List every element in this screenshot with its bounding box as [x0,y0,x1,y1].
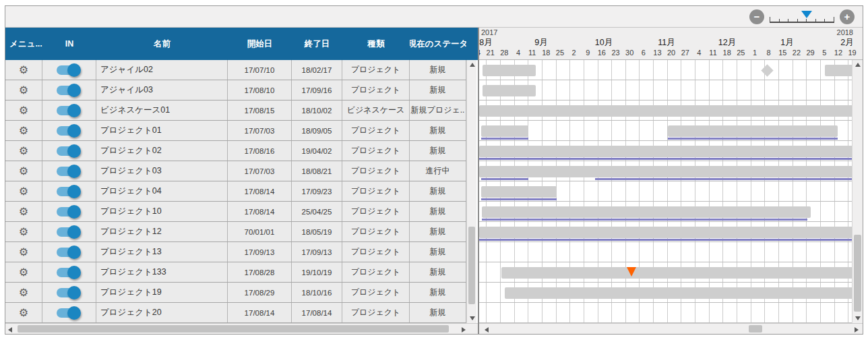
task-bar[interactable] [483,85,536,96]
scroll-right-icon[interactable] [855,327,859,333]
progress-line [481,138,528,140]
grid-hline [479,201,852,202]
column-header-start: 開始日 [228,28,292,60]
scroll-right-icon[interactable] [462,327,466,333]
task-bar[interactable] [482,206,811,218]
table-row[interactable]: ⚙ プロジェクト10 17/08/14 25/04/25 プロジェクト 新規 [5,202,466,222]
grid-hline [479,241,852,242]
task-bar[interactable] [481,125,528,137]
task-bar[interactable] [479,227,852,238]
table-row[interactable]: ⚙ プロジェクト19 17/08/29 18/10/16 プロジェクト 新規 [5,283,466,303]
grid-hline [479,282,852,283]
zoom-out-button[interactable]: − [749,9,764,24]
grid-hline [479,181,852,181]
gear-icon[interactable]: ⚙ [19,146,28,156]
column-header-name: 名前 [96,28,228,60]
table-row[interactable]: ⚙ プロジェクト133 17/08/28 19/10/19 プロジェクト 新規 [5,262,466,283]
zoom-in-button[interactable]: + [840,9,855,24]
table-vscroll-thumb[interactable] [468,227,475,304]
gear-icon[interactable]: ⚙ [19,65,28,76]
table-row[interactable]: ⚙ プロジェクト12 70/01/01 18/05/19 プロジェクト 新規 [5,222,466,242]
table-row[interactable]: ⚙ プロジェクト20 17/08/14 17/08/14 プロジェクト 新規 [5,303,466,323]
gear-icon[interactable]: ⚙ [19,247,28,258]
row-start: 17/08/16 [228,141,292,161]
in-toggle[interactable] [57,125,82,136]
grid-hline [479,221,852,222]
scroll-down-icon[interactable] [855,316,861,320]
task-bar[interactable] [479,146,852,157]
gear-icon[interactable]: ⚙ [19,85,28,96]
zoom-slider[interactable] [770,9,834,24]
in-toggle[interactable] [57,247,82,258]
gear-icon[interactable]: ⚙ [19,267,28,278]
in-toggle[interactable] [57,65,82,76]
row-name: ビジネスケース01 [96,101,228,120]
row-status: 新規 [410,80,466,100]
day-label: 18 [723,49,731,57]
table-row[interactable]: ⚙ アジャイル02 17/07/10 18/02/17 プロジェクト 新規 [5,60,466,80]
task-bar[interactable] [483,65,536,76]
task-bar[interactable] [479,166,852,177]
in-toggle[interactable] [57,308,82,318]
row-status: 新規 [410,242,466,262]
task-bar[interactable] [481,186,557,198]
milestone-diamond-icon[interactable] [761,64,773,76]
in-toggle[interactable] [57,227,82,237]
scroll-left-icon[interactable] [8,327,12,333]
row-name: プロジェクト20 [96,303,228,322]
scroll-down-icon[interactable] [470,316,475,320]
table-row[interactable]: ⚙ プロジェクト13 17/09/13 17/09/13 プロジェクト 新規 [5,242,466,262]
table-horizontal-scrollbar[interactable] [5,323,478,334]
row-type: プロジェクト [342,60,410,80]
table-vertical-scrollbar[interactable] [466,60,476,323]
marker-triangle-icon[interactable] [627,267,636,277]
gantt-hscroll-thumb[interactable] [749,325,762,333]
gear-icon[interactable]: ⚙ [19,227,28,237]
gear-icon[interactable]: ⚙ [19,186,28,197]
task-bar[interactable] [505,287,852,299]
gear-icon[interactable]: ⚙ [19,308,28,318]
day-label: 27 [681,49,689,57]
in-toggle[interactable] [57,267,82,278]
gantt-vertical-scrollbar[interactable] [852,60,863,323]
zoom-slider-handle[interactable] [801,11,812,18]
gear-icon[interactable]: ⚙ [19,166,28,177]
table-row[interactable]: ⚙ プロジェクト02 17/08/16 19/04/02 プロジェクト 新規 [5,141,466,161]
gear-icon[interactable]: ⚙ [19,105,28,116]
gear-icon[interactable]: ⚙ [19,287,28,298]
table-row[interactable]: ⚙ プロジェクト03 17/07/03 18/08/21 プロジェクト 進行中 [5,161,466,181]
in-toggle[interactable] [57,85,82,96]
scroll-left-icon[interactable] [485,327,489,333]
in-toggle[interactable] [57,186,82,197]
row-name: プロジェクト10 [96,202,228,221]
table-row[interactable]: ⚙ プロジェクト04 17/08/14 17/09/23 プロジェクト 新規 [5,181,466,202]
month-label: 2月 [840,37,853,49]
scroll-up-icon[interactable] [855,63,861,67]
task-bar[interactable] [825,65,852,76]
in-toggle[interactable] [57,166,82,177]
zoom-slider-track [770,22,834,23]
row-end: 18/09/05 [292,121,342,140]
day-label: 25 [556,49,564,57]
table-row[interactable]: ⚙ ビジネスケース01 17/08/15 18/10/02 ビジネスケース 新規… [5,101,466,121]
table-row[interactable]: ⚙ アジャイル03 17/08/10 17/09/16 プロジェクト 新規 [5,80,466,101]
gear-icon[interactable]: ⚙ [19,125,28,136]
in-toggle[interactable] [57,206,82,217]
task-bar[interactable] [479,105,852,117]
row-status: 新規 [410,181,466,201]
day-label: 2 [571,49,576,57]
table-hscroll-thumb[interactable] [18,325,449,333]
gantt-vscroll-thumb[interactable] [854,235,861,312]
in-toggle[interactable] [57,287,82,298]
in-toggle[interactable] [57,146,82,156]
row-status: 新規 [410,283,466,302]
gear-icon[interactable]: ⚙ [19,206,28,217]
scroll-up-icon[interactable] [470,63,475,67]
task-bar[interactable] [501,267,852,279]
in-toggle[interactable] [57,105,82,116]
table-row[interactable]: ⚙ プロジェクト01 17/07/03 18/09/05 プロジェクト 新規 [5,121,466,141]
task-bar[interactable] [668,125,838,137]
month-label: 9月 [534,37,547,49]
column-header-type: 種類 [342,28,410,60]
gantt-horizontal-scrollbar[interactable] [479,323,863,334]
